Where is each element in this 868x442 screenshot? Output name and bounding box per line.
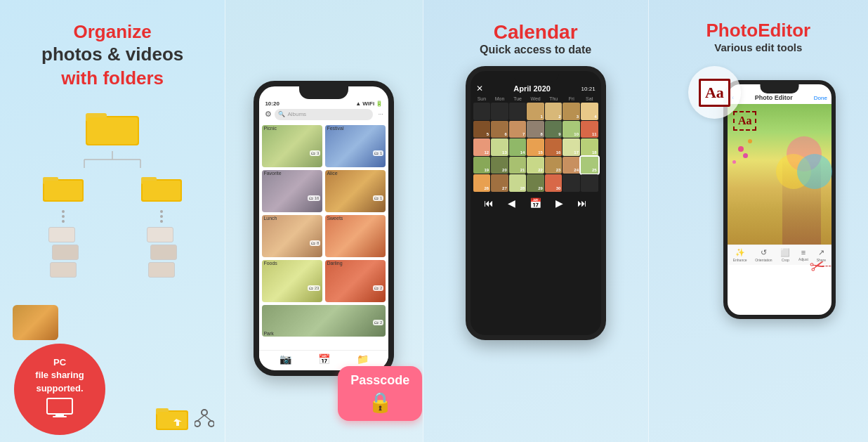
cal-rewind-icon[interactable]: ⏮ bbox=[484, 197, 494, 209]
album-cell-sweets[interactable]: Sweets bbox=[325, 215, 386, 257]
more-icon[interactable]: ··· bbox=[379, 111, 383, 117]
title-line3: with folders bbox=[41, 67, 183, 91]
left-photo-stack bbox=[48, 227, 79, 278]
pe-tool-orientation[interactable]: ↺ Orientation bbox=[755, 248, 772, 262]
weekday-sun: Sun bbox=[473, 96, 491, 101]
album-label-festival: Festival bbox=[325, 125, 386, 131]
cal-day-26[interactable]: 26 bbox=[473, 174, 491, 192]
cal-day-29[interactable]: 29 bbox=[527, 174, 544, 192]
svg-line-23 bbox=[197, 415, 204, 421]
phone-bottom-toolbar: 📷 📅 📁 bbox=[259, 350, 388, 368]
cal-day-1[interactable]: 1 bbox=[527, 103, 544, 120]
calendar-icon[interactable]: 📅 bbox=[318, 353, 330, 365]
album-badge-foods: 🗂 23 bbox=[308, 285, 320, 291]
orientation-label: Orientation bbox=[755, 258, 772, 262]
cal-day-28[interactable]: 28 bbox=[509, 174, 527, 192]
phone-notch-calendar bbox=[513, 71, 558, 82]
enhance-label: Enhance bbox=[733, 258, 747, 262]
cal-calendar-icon[interactable]: 📅 bbox=[530, 197, 541, 209]
album-badge-darling: 🗂 2 bbox=[373, 285, 383, 291]
right-photo-stack bbox=[147, 227, 177, 278]
svg-line-24 bbox=[204, 415, 211, 421]
sub-folder-right-icon bbox=[140, 172, 183, 203]
svg-point-22 bbox=[209, 421, 214, 427]
cal-day-13[interactable]: 13 bbox=[491, 138, 508, 156]
cal-day-23[interactable]: 23 bbox=[545, 157, 563, 174]
svg-point-20 bbox=[202, 410, 207, 415]
calendar-subtitle: Quick access to date bbox=[480, 44, 591, 56]
album-cell-park[interactable]: 🗂 2 Park bbox=[262, 305, 386, 337]
cal-date-grid: 1 2 3 4 5 6 7 8 9 10 11 12 13 14 15 16 1… bbox=[471, 101, 601, 193]
svg-rect-15 bbox=[53, 416, 67, 417]
title-folders-accent: folders bbox=[103, 67, 164, 89]
cal-day-4[interactable]: 4 bbox=[581, 103, 598, 120]
phone-notch bbox=[299, 86, 348, 99]
cal-day-15[interactable]: 15 bbox=[527, 138, 544, 156]
cal-day-30[interactable]: 30 bbox=[545, 174, 563, 192]
cal-day-14[interactable]: 14 bbox=[509, 138, 527, 156]
album-label-park: Park bbox=[262, 330, 275, 337]
cal-day-25[interactable]: 25 bbox=[581, 157, 598, 174]
gear-icon[interactable]: ⚙ bbox=[265, 110, 272, 119]
camera-icon[interactable]: 📷 bbox=[280, 353, 291, 365]
panel2-inner: 10:20 ▲ WiFi 🔋 ⚙ 🔍 Albums ··· 🗂 3 Picnic bbox=[246, 0, 401, 442]
cal-day-21[interactable]: 21 bbox=[509, 157, 527, 174]
cal-day-9[interactable]: 9 bbox=[545, 121, 563, 138]
pc-label-line1: PC bbox=[53, 356, 66, 369]
cal-prev-icon[interactable]: ◀ bbox=[508, 197, 515, 209]
pe-tool-enhance[interactable]: ✨ Enhance bbox=[733, 248, 747, 262]
cal-day-16[interactable]: 16 bbox=[545, 138, 563, 156]
cal-day-19[interactable]: 19 bbox=[473, 157, 491, 174]
cal-day-7[interactable]: 7 bbox=[509, 121, 527, 138]
search-icon: 🔍 bbox=[278, 111, 285, 117]
album-cell-picnic[interactable]: 🗂 3 Picnic bbox=[262, 125, 322, 167]
cal-day-6[interactable]: 6 bbox=[491, 121, 508, 138]
cal-play-icon[interactable]: ▶ bbox=[555, 197, 563, 209]
pe-tool-crop[interactable]: ⬜ Crop bbox=[780, 248, 790, 262]
cal-day-12[interactable]: 12 bbox=[473, 138, 491, 156]
cal-day-5[interactable]: 5 bbox=[473, 121, 491, 138]
left-sub-folder bbox=[42, 172, 84, 278]
cal-day-8[interactable]: 8 bbox=[527, 121, 544, 138]
cal-day-20[interactable]: 20 bbox=[491, 157, 508, 174]
text-box-decor: Aa bbox=[699, 79, 730, 107]
pc-label-line2: file sharing bbox=[35, 369, 84, 382]
albums-header: ⚙ 🔍 Albums ··· bbox=[259, 107, 388, 122]
pe-done-button[interactable]: Done bbox=[814, 95, 827, 101]
album-cell-lunch[interactable]: 🗂 8 Lunch bbox=[262, 215, 322, 257]
album-cell-favorite[interactable]: 🗂 16 Favorite bbox=[262, 170, 322, 212]
svg-rect-14 bbox=[55, 414, 64, 416]
svg-rect-2 bbox=[87, 117, 138, 144]
cal-day-24[interactable]: 24 bbox=[563, 157, 580, 174]
cal-day-11[interactable]: 11 bbox=[581, 121, 598, 138]
sub-folders-row bbox=[42, 172, 183, 278]
cal-empty-2 bbox=[491, 103, 508, 120]
pc-sharing-badge: PC file sharing supported. bbox=[14, 344, 105, 435]
cal-empty-end1 bbox=[563, 174, 580, 192]
folder-icon[interactable]: 📁 bbox=[357, 353, 369, 365]
cal-day-17[interactable]: 17 bbox=[563, 138, 580, 156]
cal-day-27[interactable]: 27 bbox=[491, 174, 508, 192]
album-cell-alice[interactable]: 🗂 1 Alice bbox=[325, 170, 386, 212]
album-cell-darling[interactable]: 🗂 2 Darling bbox=[325, 260, 386, 302]
cal-day-22[interactable]: 22 bbox=[527, 157, 544, 174]
album-label-darling: Darling bbox=[325, 260, 386, 266]
park-row: 🗂 2 Park bbox=[259, 305, 388, 337]
flower-3 bbox=[743, 153, 748, 158]
album-cell-festival[interactable]: 🗂 1 Festival bbox=[325, 125, 386, 167]
pe-tool-adjust[interactable]: ≡ Adjust bbox=[798, 248, 808, 262]
album-cell-foods[interactable]: 🗂 23 Foods bbox=[262, 260, 322, 302]
cal-day-2[interactable]: 2 bbox=[545, 103, 563, 120]
crop-icon: ⬜ bbox=[780, 248, 790, 257]
title-line1: Organize bbox=[41, 21, 183, 43]
cal-forward-icon[interactable]: ⏭ bbox=[577, 197, 587, 209]
albums-grid: 🗂 3 Picnic 🗂 1 Festival 🗂 16 Favorite 🗂 … bbox=[259, 122, 388, 305]
albums-search-bar[interactable]: 🔍 Albums bbox=[275, 109, 372, 120]
cal-day-10[interactable]: 10 bbox=[563, 121, 580, 138]
cal-day-18[interactable]: 18 bbox=[581, 138, 598, 156]
cal-close-icon[interactable]: ✕ bbox=[476, 84, 483, 93]
album-label-lunch: Lunch bbox=[262, 215, 322, 221]
weekday-wed: Wed bbox=[527, 96, 544, 101]
cal-playback-controls: ⏮ ◀ 📅 ▶ ⏭ bbox=[471, 193, 601, 213]
cal-day-3[interactable]: 3 bbox=[563, 103, 580, 120]
